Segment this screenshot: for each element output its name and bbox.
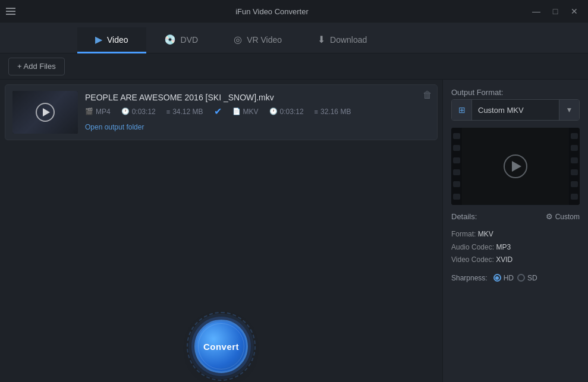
sd-radio-item[interactable]: SD <box>517 274 537 282</box>
input-format-item: 🎬 MP4 <box>85 106 111 117</box>
input-size: 34.12 MB <box>172 108 203 116</box>
preview-box <box>451 128 580 205</box>
film-hole <box>571 181 578 187</box>
tab-dvd[interactable]: 💿 DVD <box>146 27 216 53</box>
tab-download-label: Download <box>330 35 367 45</box>
film-hole <box>571 145 578 151</box>
details-label: Details: <box>451 212 477 221</box>
format-label: Format: <box>451 230 476 238</box>
format-details: Format: MKV Audio Codec: MP3 Video Codec… <box>451 228 580 267</box>
format-grid-icon: ⊞ <box>458 105 466 115</box>
film-hole <box>571 133 578 139</box>
window-controls: — □ ✕ <box>529 4 582 19</box>
file-item: PEOPLE ARE AWESOME 2016 [SKI _SNOW].mkv … <box>5 84 438 140</box>
output-format-label: Output Format: <box>451 88 580 97</box>
film-hole <box>453 169 460 175</box>
clock-icon: 🕐 <box>121 108 130 115</box>
tab-video-label: Video <box>107 35 128 45</box>
gear-icon: ⚙ <box>546 212 553 221</box>
custom-button[interactable]: ⚙ Custom <box>546 212 580 221</box>
film-strip-left <box>451 128 462 205</box>
output-size: 32.16 MB <box>320 108 351 116</box>
right-panel: Output Format: ⊞ Custom MKV ▼ <box>442 80 588 382</box>
output-format-item: 📄 MKV <box>232 106 259 117</box>
convert-button[interactable]: Convert <box>194 320 248 373</box>
file-list: PEOPLE ARE AWESOME 2016 [SKI _SNOW].mkv … <box>0 80 442 382</box>
add-files-button[interactable]: + Add Files <box>8 58 65 75</box>
format-dropdown-button[interactable]: ▼ <box>559 100 579 120</box>
film-hole <box>453 181 460 187</box>
audio-label: Audio Codec: <box>451 243 494 251</box>
layers-icon: ≡ <box>166 108 170 115</box>
close-button[interactable]: ✕ <box>567 4 582 19</box>
download-tab-icon: ⬇ <box>317 34 325 45</box>
format-selector: ⊞ Custom MKV ▼ <box>451 99 580 121</box>
convert-area: Convert <box>191 317 251 376</box>
tab-vr-video[interactable]: ◎ VR Video <box>216 27 300 53</box>
format-detail-video: Video Codec: XVID <box>451 254 580 267</box>
convert-button-wrapper: Convert <box>191 317 251 376</box>
tab-video[interactable]: ▶ Video <box>77 27 146 53</box>
preview-play-triangle <box>512 161 521 172</box>
main-layout: PEOPLE ARE AWESOME 2016 [SKI _SNOW].mkv … <box>0 80 588 382</box>
film-strip-right <box>569 128 580 205</box>
output-format-section: Output Format: ⊞ Custom MKV ▼ <box>451 88 580 121</box>
file-name: PEOPLE ARE AWESOME 2016 [SKI _SNOW].mkv <box>85 93 430 102</box>
check-icon: ✔ <box>214 106 222 117</box>
format-detail-audio: Audio Codec: MP3 <box>451 241 580 254</box>
format-value: Custom MKV <box>472 106 559 115</box>
tab-bar: ▶ Video 💿 DVD ◎ VR Video ⬇ Download <box>0 23 588 53</box>
film-hole <box>571 169 578 175</box>
audio-val: MP3 <box>496 243 511 251</box>
tab-vr-label: VR Video <box>247 35 282 45</box>
sharpness-radio-group: HD SD <box>493 274 537 282</box>
maximize-button[interactable]: □ <box>548 4 563 19</box>
delete-file-button[interactable]: 🗑 <box>423 90 432 100</box>
hd-radio-dot <box>495 276 499 280</box>
format-val: MKV <box>478 230 493 238</box>
film-hole <box>453 133 460 139</box>
input-format: MP4 <box>96 108 111 116</box>
input-duration: 0:03:12 <box>132 108 156 116</box>
size-icon: ≡ <box>315 108 318 115</box>
hd-radio-circle <box>493 274 501 282</box>
clock2-icon: 🕐 <box>269 108 278 115</box>
film-hole <box>453 194 460 200</box>
file-icon: 📄 <box>232 108 241 115</box>
vr-tab-icon: ◎ <box>234 34 242 45</box>
film-hole <box>571 157 578 163</box>
hd-radio-item[interactable]: HD <box>493 274 514 282</box>
input-size-item: ≡ 34.12 MB <box>166 106 203 117</box>
tab-download[interactable]: ⬇ Download <box>300 27 385 53</box>
file-info: PEOPLE ARE AWESOME 2016 [SKI _SNOW].mkv … <box>85 93 430 132</box>
thumbnail-play-icon <box>36 103 55 122</box>
film-hole <box>571 194 578 200</box>
details-row: Details: ⚙ Custom <box>451 212 580 221</box>
film-hole <box>453 157 460 163</box>
video-val: XVID <box>496 255 512 264</box>
dvd-tab-icon: 💿 <box>164 34 176 45</box>
hd-radio-label: HD <box>504 274 514 282</box>
video-label: Video Codec: <box>451 255 494 264</box>
minimize-button[interactable]: — <box>529 4 544 19</box>
app-title: iFun Video Converter <box>15 7 529 16</box>
toolbar: + Add Files <box>0 53 588 80</box>
open-output-folder-link[interactable]: Open output folder <box>85 123 144 131</box>
hamburger-icon[interactable] <box>6 8 15 15</box>
output-size-item: ≡ 32.16 MB <box>315 106 351 117</box>
video-icon: 🎬 <box>85 108 93 115</box>
output-duration: 0:03:12 <box>280 108 304 116</box>
custom-label: Custom <box>555 213 580 221</box>
sharpness-label: Sharpness: <box>451 274 488 282</box>
preview-play-icon <box>504 154 527 178</box>
title-bar: iFun Video Converter — □ ✕ <box>0 0 588 23</box>
file-thumbnail <box>12 91 78 134</box>
format-icon-box: ⊞ <box>452 100 472 120</box>
file-meta-input: 🎬 MP4 🕐 0:03:12 ≡ 34.12 MB ✔ 📄 MKV <box>85 106 430 117</box>
sharpness-row: Sharpness: HD SD <box>451 274 580 282</box>
sd-radio-circle <box>517 274 525 282</box>
format-detail-format: Format: MKV <box>451 228 580 241</box>
sd-radio-label: SD <box>527 274 537 282</box>
video-tab-icon: ▶ <box>95 34 102 45</box>
film-hole <box>453 145 460 151</box>
